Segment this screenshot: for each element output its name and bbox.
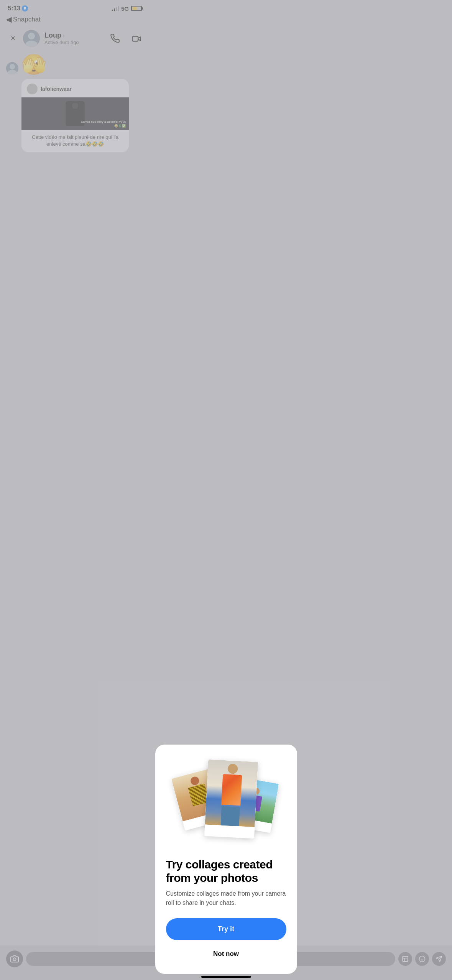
modal-backdrop: Try collages created from your photos Cu… xyxy=(0,0,150,324)
